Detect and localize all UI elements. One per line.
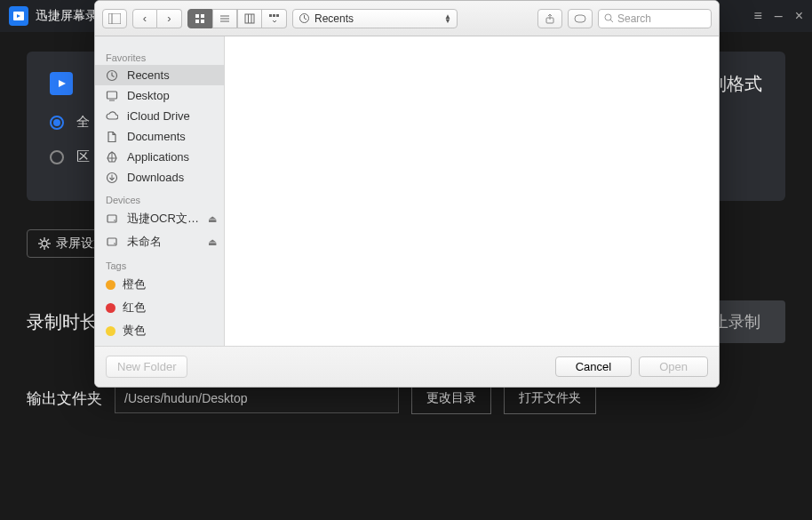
search-icon	[604, 13, 614, 23]
sidebar-item-applications[interactable]: Applications	[95, 147, 224, 167]
tag-color-icon	[106, 326, 115, 336]
tag-color-icon	[106, 280, 115, 290]
sidebar-item-label: 未命名	[127, 234, 162, 250]
svg-line-8	[40, 239, 42, 241]
sidebar-item-downloads[interactable]: Downloads	[95, 167, 224, 188]
disk-icon	[106, 236, 120, 248]
sidebar-device[interactable]: 迅捷OCR文…⏏	[95, 207, 224, 230]
app-title: 迅捷屏幕录	[36, 8, 98, 24]
eject-icon[interactable]: ⏏	[208, 213, 217, 225]
icon-view-button[interactable]	[187, 9, 212, 28]
sidebar-item-desktop[interactable]: Desktop	[95, 85, 224, 106]
svg-rect-43	[107, 238, 116, 245]
tags-header: Tags	[95, 259, 224, 273]
sidebar-tag[interactable]: 黄色	[95, 319, 224, 342]
svg-point-3	[42, 241, 47, 246]
sidebar-device[interactable]: 未命名⏏	[95, 230, 224, 253]
dialog-toolbar: ‹ › Recents ▲▼	[95, 1, 719, 36]
duration-label: 录制时长:	[27, 310, 103, 334]
svg-rect-35	[107, 92, 117, 99]
gallery-view-button[interactable]	[262, 9, 287, 28]
svg-line-10	[40, 246, 42, 248]
sidebar-item-label: Documents	[127, 130, 186, 143]
sidebar-item-label: Desktop	[127, 89, 170, 102]
new-folder-button: New Folder	[106, 356, 187, 378]
svg-rect-27	[276, 14, 279, 17]
sidebar-item-recents[interactable]: Recents	[95, 65, 224, 85]
close-icon[interactable]: ×	[795, 8, 803, 24]
svg-line-11	[47, 239, 49, 241]
search-input[interactable]: Search	[598, 9, 712, 28]
devices-header: Devices	[95, 193, 224, 207]
minimize-icon[interactable]: –	[775, 8, 783, 24]
svg-marker-2	[59, 80, 66, 87]
sidebar-item-label: 迅捷OCR文…	[127, 211, 199, 227]
chevron-updown-icon: ▲▼	[444, 14, 451, 23]
svg-rect-41	[107, 215, 116, 222]
svg-line-33	[610, 20, 613, 22]
svg-rect-25	[269, 14, 272, 17]
sidebar-item-label: Applications	[127, 150, 189, 164]
svg-rect-18	[201, 20, 204, 23]
svg-rect-17	[195, 20, 199, 23]
sidebar-item-label: 黄色	[123, 323, 146, 339]
doc-icon	[106, 131, 120, 143]
tags-button[interactable]	[568, 9, 593, 28]
svg-line-9	[47, 246, 49, 248]
back-button[interactable]: ‹	[132, 9, 157, 28]
clock-icon	[106, 69, 120, 82]
open-button: Open	[639, 356, 708, 377]
list-view-button[interactable]	[212, 9, 237, 28]
menu-icon[interactable]: ≡	[753, 8, 761, 24]
forward-button[interactable]: ›	[157, 9, 182, 28]
clock-icon	[299, 12, 310, 24]
output-label: 输出文件夹	[27, 388, 102, 409]
cancel-button[interactable]: Cancel	[555, 356, 632, 377]
nav-segment: ‹ ›	[132, 9, 182, 28]
svg-point-32	[605, 14, 611, 20]
open-dialog: ‹ › Recents ▲▼	[94, 0, 720, 388]
sidebar-item-label: iCloud Drive	[127, 109, 190, 123]
share-button[interactable]	[537, 9, 562, 28]
sidebar-tag[interactable]: 红色	[95, 296, 224, 319]
sidebar-item-label: 红色	[123, 300, 146, 316]
sidebar-tag[interactable]: 橙色	[95, 273, 224, 296]
output-path-field[interactable]: /Users/hudun/Desktop	[115, 383, 399, 413]
svg-rect-22	[245, 14, 254, 23]
sidebar-item-label: Downloads	[127, 171, 184, 184]
sidebar-item-label: Recents	[127, 68, 170, 82]
tag-color-icon	[106, 303, 115, 313]
svg-point-42	[114, 220, 115, 221]
radio-region[interactable]	[50, 150, 64, 164]
eject-icon[interactable]: ⏏	[208, 236, 217, 248]
download-icon	[106, 172, 120, 184]
sidebar-item-documents[interactable]: Documents	[95, 126, 224, 147]
app-logo	[9, 6, 28, 26]
sidebar-item-icloud-drive[interactable]: iCloud Drive	[95, 106, 224, 126]
panel-head-icon	[50, 72, 73, 95]
favorites-header: Favorites	[95, 51, 224, 65]
column-view-button[interactable]	[237, 9, 262, 28]
dialog-sidebar: Favorites RecentsDesktopiCloud DriveDocu…	[95, 36, 225, 346]
svg-rect-26	[273, 14, 275, 17]
svg-rect-13	[108, 13, 121, 24]
svg-rect-15	[195, 14, 199, 18]
radio-full[interactable]	[50, 116, 64, 130]
cloud-icon	[106, 110, 120, 123]
svg-rect-31	[575, 15, 585, 22]
view-segment	[187, 9, 287, 28]
disk-icon	[106, 212, 120, 225]
location-dropdown[interactable]: Recents ▲▼	[292, 9, 458, 28]
desktop-icon	[106, 90, 120, 102]
gear-icon	[38, 237, 51, 250]
svg-point-44	[114, 243, 115, 244]
apps-icon	[106, 151, 120, 164]
file-browser-area[interactable]	[225, 36, 719, 346]
dialog-footer: New Folder Cancel Open	[95, 346, 719, 387]
svg-rect-16	[201, 14, 204, 18]
sidebar-item-label: 橙色	[123, 276, 146, 292]
sidebar-toggle-button[interactable]	[102, 9, 127, 28]
